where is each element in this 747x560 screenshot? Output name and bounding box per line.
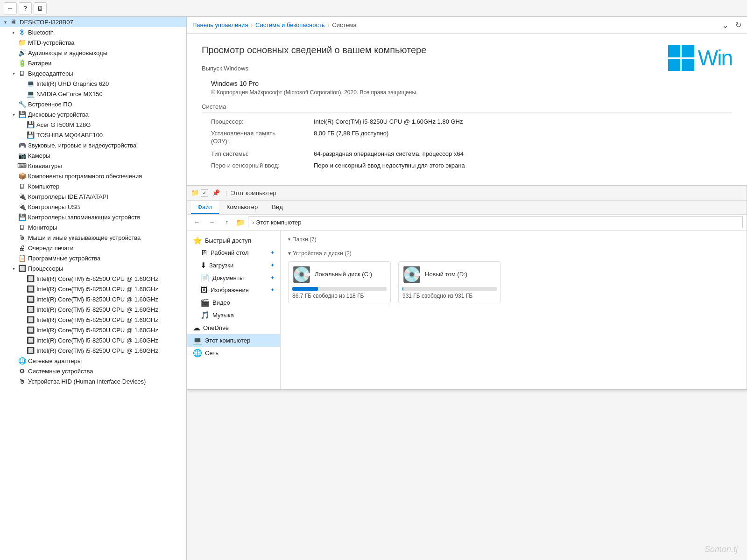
tree-item-cpu-3[interactable]: 🔲 Intel(R) Core(TM) i5-8250U CPU @ 1.60G… <box>0 304 186 315</box>
tree-item-bluetooth[interactable]: ▸ Bluetooth <box>0 27 186 37</box>
devices-section: ▾ Устройства и диски (2) 💽 Локальный дис… <box>288 250 739 303</box>
tree-item-cpu-0[interactable]: 🔲 Intel(R) Core(TM) i5-8250U CPU @ 1.60G… <box>0 273 186 284</box>
nav-forward[interactable]: → <box>206 216 218 228</box>
breadcrumb-refresh[interactable]: ↻ <box>735 21 741 29</box>
tree-item-battery[interactable]: 🔋 Батареи <box>0 58 186 68</box>
tree-item-cpu-6[interactable]: 🔲 Intel(R) Core(TM) i5-8250U CPU @ 1.60G… <box>0 335 186 345</box>
tree-item-cpu-2[interactable]: 🔲 Intel(R) Core(TM) i5-8250U CPU @ 1.60G… <box>0 294 186 304</box>
tree-item-sound[interactable]: 🎮 Звуковые, игровые и видеоустройства <box>0 140 186 150</box>
downloads-icon: ⬇ <box>200 261 206 270</box>
sidebar-documents[interactable]: 📄 Документы ✦ <box>187 272 280 284</box>
tree-item-computer[interactable]: 🖥 Компьютер <box>0 181 186 191</box>
print-arrow <box>10 245 17 251</box>
acer-ssd-arrow <box>19 121 25 128</box>
tree-item-cpu-5[interactable]: 🔲 Intel(R) Core(TM) i5-8250U CPU @ 1.60G… <box>0 325 186 335</box>
cpu-0-icon: 🔲 <box>26 274 35 283</box>
sidebar-downloads[interactable]: ⬇ Загрузки ✦ <box>187 259 280 272</box>
sidebar-desktop[interactable]: 🖥 Рабочий стол ✦ <box>187 247 280 259</box>
tree-item-network[interactable]: 🌐 Сетевые адаптеры <box>0 356 186 366</box>
music-icon: 🎵 <box>200 311 210 320</box>
tree-item-software[interactable]: 📦 Компоненты программного обеспечения <box>0 171 186 181</box>
win-logo-tl <box>668 45 681 57</box>
cpu-label: Процессоры <box>28 265 63 272</box>
sidebar-network[interactable]: 🌐 Сеть <box>187 347 280 359</box>
bluetooth-arrow: ▸ <box>10 29 17 35</box>
tab-file[interactable]: Файл <box>191 201 219 214</box>
tab-view[interactable]: Вид <box>265 201 289 214</box>
tree-item-mice[interactable]: 🖱 Мыши и иные указывающие устройства <box>0 232 186 243</box>
tree-item-sysdev[interactable]: ⚙ Системные устройства <box>0 366 186 376</box>
desktop-pin: ✦ <box>270 250 275 256</box>
tree-item-cpu-4[interactable]: 🔲 Intel(R) Core(TM) i5-8250U CPU @ 1.60G… <box>0 315 186 325</box>
tree-item-intel-gpu[interactable]: 💻 Intel(R) UHD Graphics 620 <box>0 78 186 89</box>
systype-value: 64-разрядная операционная система, проце… <box>314 150 732 157</box>
win-logo-br <box>682 59 694 71</box>
tree-item-cpu-7[interactable]: 🔲 Intel(R) Core(TM) i5-8250U CPU @ 1.60G… <box>0 345 186 356</box>
sound-label: Звуковые, игровые и видеоустройства <box>28 142 136 149</box>
breadcrumb-control-panel[interactable]: Панель управления <box>192 21 248 28</box>
tree-item-sw-devices[interactable]: 📋 Программные устройства <box>0 253 186 263</box>
tree-item-video[interactable]: ▾ 🖥 Видеоадаптеры <box>0 68 186 78</box>
device-manager-tree: ▾ 🖥 DESKTOP-I328B07 ▸ Bluetooth 📁 MTD-ус… <box>0 17 187 560</box>
tree-item-print[interactable]: 🖨 Очереди печати <box>0 243 186 253</box>
cpu-1-label: Intel(R) Core(TM) i5-8250U CPU @ 1.60GHz <box>36 286 158 293</box>
ide-icon: 🔌 <box>18 192 26 201</box>
sidebar-onedrive[interactable]: ☁ OneDrive <box>187 322 280 334</box>
tree-item-storage-ctrl[interactable]: 💾 Контроллеры запоминающих устройств <box>0 212 186 222</box>
drive-d[interactable]: 💽 Новый том (D:) 931 ГБ свободно из 931 … <box>398 261 501 303</box>
sidebar-this-computer[interactable]: 💻 Этот компьютер <box>187 334 280 347</box>
network-icon: 🌐 <box>18 357 26 365</box>
camera-icon: 📷 <box>18 151 26 160</box>
root-arrow: ▾ <box>2 19 8 25</box>
print-label: Очереди печати <box>28 245 74 252</box>
cpu-3-icon: 🔲 <box>26 305 35 314</box>
breadcrumb-system-security[interactable]: Система и безопасность <box>255 21 325 28</box>
tree-item-cpu[interactable]: ▾ 🔲 Процессоры <box>0 263 186 273</box>
storage-ctrl-label: Контроллеры запоминающих устройств <box>28 214 140 221</box>
sidebar-music[interactable]: 🎵 Музыка <box>187 309 280 322</box>
software-icon: 📦 <box>18 172 26 180</box>
sidebar-quick-access[interactable]: ⭐ Быстрый доступ <box>187 234 280 247</box>
drive-c-info: 86,7 ГБ свободно из 118 ГБ <box>292 293 387 299</box>
nav-up[interactable]: ↑ <box>221 216 233 228</box>
tree-item-audio[interactable]: 🔊 Аудиовходы и аудиовыходы <box>0 48 186 58</box>
ram-row-value: 8,00 ГБ (7,88 ГБ доступно) <box>314 130 732 146</box>
tree-item-cpu-1[interactable]: 🔲 Intel(R) Core(TM) i5-8250U CPU @ 1.60G… <box>0 284 186 294</box>
tab-computer[interactable]: Компьютер <box>220 201 264 214</box>
tree-item-camera[interactable]: 📷 Камеры <box>0 150 186 161</box>
tree-item-toshiba[interactable]: 💾 TOSHIBA MQ04ABF100 <box>0 130 186 140</box>
back-button[interactable]: ← <box>4 2 17 14</box>
tree-item-ide[interactable]: 🔌 Контроллеры IDE ATA/ATAPI <box>0 191 186 202</box>
help-button[interactable]: ? <box>19 2 32 14</box>
tree-item-acer-ssd[interactable]: 💾 Acer GT500M 128G <box>0 119 186 130</box>
breadcrumb-dropdown[interactable]: ⌄ <box>722 20 729 30</box>
disk-arrow: ▾ <box>10 111 17 118</box>
battery-icon: 🔋 <box>18 59 26 67</box>
nav-back[interactable]: ← <box>191 216 203 228</box>
drive-c-icon: 💽 <box>292 266 311 283</box>
tree-item-usb[interactable]: 🔌 Контроллеры USB <box>0 202 186 212</box>
tree-item-hid[interactable]: 🖱 Устройства HID (Human Interface Device… <box>0 376 186 386</box>
print-icon: 🖨 <box>18 244 26 252</box>
tree-item-firmware[interactable]: 🔧 Встроенное ПО <box>0 99 186 109</box>
cpu-3-label: Intel(R) Core(TM) i5-8250U CPU @ 1.60GHz <box>36 306 158 313</box>
sidebar-images[interactable]: 🖼 Изображения ✦ <box>187 284 280 296</box>
cpu-2-icon: 🔲 <box>26 295 35 303</box>
computer-button[interactable]: 🖥 <box>34 2 47 14</box>
touch-label: Перо и сенсорный ввод: <box>211 162 314 169</box>
address-path[interactable]: › Этот компьютер <box>248 216 743 228</box>
mice-label: Мыши и иные указывающие устройства <box>28 234 141 241</box>
tree-root[interactable]: ▾ 🖥 DESKTOP-I328B07 <box>0 17 186 27</box>
tree-item-keyboard[interactable]: ⌨ Клавиатуры <box>0 161 186 171</box>
titlebar-checkbox[interactable]: ✓ <box>201 189 208 196</box>
drive-c[interactable]: 💽 Локальный диск (C:) 86,7 ГБ свободно и… <box>288 261 391 303</box>
tree-item-monitors[interactable]: 🖥 Мониторы <box>0 222 186 232</box>
hid-label: Устройства HID (Human Interface Devices) <box>28 378 146 385</box>
sidebar-video[interactable]: 🎬 Видео <box>187 296 280 309</box>
tree-item-nvidia[interactable]: 💻 NVIDIA GeForce MX150 <box>0 89 186 99</box>
network-label: Сетевые адаптеры <box>28 357 82 364</box>
tree-item-mtd[interactable]: 📁 MTD-устройства <box>0 37 186 48</box>
drive-d-bar <box>402 287 403 291</box>
drive-d-name: Новый том (D:) <box>425 271 467 278</box>
tree-item-disk[interactable]: ▾ 💾 Дисковые устройства <box>0 109 186 119</box>
